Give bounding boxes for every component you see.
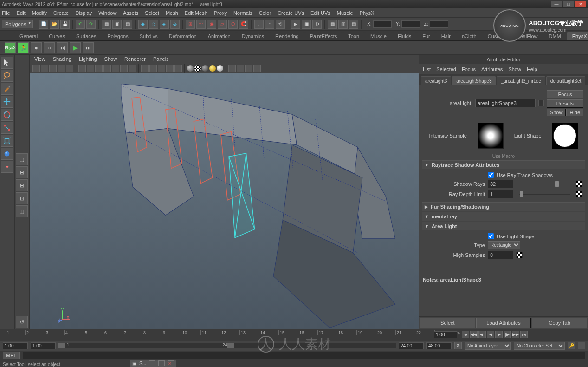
menu-proxy[interactable]: Proxy: [214, 10, 227, 16]
time-slider[interactable]: 123456789101112131415161718192021222324 …: [0, 329, 588, 341]
shelf-tab-subdivs[interactable]: Subdivs: [134, 32, 163, 40]
vp-sphere-gray2-icon[interactable]: [202, 65, 208, 72]
physx-record-icon[interactable]: ○: [44, 42, 55, 53]
vp-gate-mask-icon[interactable]: [103, 65, 111, 72]
snap-curve-icon[interactable]: 〰: [196, 20, 206, 29]
shelf-tab-fluids[interactable]: Fluids: [392, 32, 417, 40]
use-light-shape-checkbox[interactable]: [488, 233, 494, 239]
vp-motion-trail-icon[interactable]: [253, 65, 261, 72]
select-tool-icon[interactable]: [1, 57, 13, 69]
shelf-tab-curves[interactable]: Curves: [43, 32, 71, 40]
vp-sphere-gray-icon[interactable]: [187, 65, 194, 72]
step-fwd-frame-icon[interactable]: ▶▶: [512, 331, 519, 338]
coord-y-input[interactable]: [401, 20, 420, 28]
shelf-tab-toon[interactable]: Toon: [342, 32, 365, 40]
presets-button[interactable]: Presets: [547, 99, 583, 108]
menu-assets[interactable]: Assets: [123, 10, 138, 16]
menu-file[interactable]: File: [2, 10, 10, 16]
go-end-icon[interactable]: ⏭: [520, 331, 528, 338]
maximize-button[interactable]: □: [563, 1, 574, 7]
single-view-icon[interactable]: ▢: [16, 153, 28, 165]
vp-sphere-yellow-icon[interactable]: [209, 65, 216, 72]
shelf-tab-polygons[interactable]: Polygons: [102, 32, 134, 40]
anim-prefs2-icon[interactable]: ⋮: [578, 342, 585, 349]
snap-grid-icon[interactable]: ⊞: [186, 20, 195, 29]
paint-select-icon[interactable]: [1, 83, 13, 95]
step-back-key-icon[interactable]: ◀|: [478, 331, 486, 338]
output-ops-icon[interactable]: ↑: [265, 20, 274, 29]
ray-depth-slider[interactable]: [519, 194, 570, 195]
vp-menu-panels[interactable]: Panels: [153, 56, 169, 62]
attr-menu-selected[interactable]: Selected: [436, 66, 456, 72]
shelf-tab-ncloth[interactable]: nCloth: [456, 32, 482, 40]
vp-menu-renderer[interactable]: Renderer: [124, 56, 146, 62]
shelf-tab-painteffects[interactable]: PaintEffects: [304, 32, 343, 40]
vp-image-plane-icon[interactable]: [58, 65, 65, 72]
close-button[interactable]: ✕: [575, 1, 586, 7]
ipr-render-icon[interactable]: ▣: [302, 20, 311, 29]
vp-menu-lighting[interactable]: Lighting: [79, 56, 97, 62]
menu-edit[interactable]: Edit: [17, 10, 26, 16]
notes-area[interactable]: Notes: areaLightShape3: [419, 275, 588, 316]
snap-live-icon[interactable]: ⬡: [228, 20, 238, 29]
menu-mesh[interactable]: Mesh: [166, 10, 178, 16]
command-lang-label[interactable]: MEL: [3, 352, 20, 359]
attr-menu-attributes[interactable]: Attributes: [481, 66, 503, 72]
persp-outliner-icon[interactable]: ⊟: [16, 179, 28, 191]
toggle-ae-icon[interactable]: ▦: [328, 20, 337, 29]
arealight-section-header[interactable]: ▼ Area Light: [422, 222, 585, 230]
shelf-tab-general[interactable]: General: [14, 32, 43, 40]
snap-point-icon[interactable]: ◉: [207, 20, 216, 29]
intensity-sample-swatch[interactable]: [478, 123, 504, 149]
play-back-icon[interactable]: ◀: [487, 331, 494, 338]
shelf-tab-rendering[interactable]: Rendering: [270, 32, 304, 40]
step-fwd-key-icon[interactable]: |▶: [504, 331, 511, 338]
attr-tab-defaultlightset[interactable]: defaultLightSet: [546, 76, 586, 85]
mask-vertex-icon[interactable]: ◆: [138, 20, 148, 29]
anim-prefs-icon[interactable]: ⚙: [454, 342, 462, 349]
character-set-select[interactable]: No Character Set: [514, 342, 565, 350]
fur-section-header[interactable]: ▶ Fur Shading/Shadowing: [422, 203, 585, 211]
menu-edituvs[interactable]: Edit UVs: [310, 10, 330, 16]
move-tool-icon[interactable]: [1, 96, 13, 108]
toggle-toolbox-icon[interactable]: ▥: [338, 20, 348, 29]
vp-menu-view[interactable]: View: [34, 56, 45, 62]
node-lock-icon[interactable]: [538, 100, 544, 106]
vp-expose-icon[interactable]: [245, 65, 252, 72]
attr-tab-arealightshape3[interactable]: areaLightShape3: [452, 76, 496, 85]
menu-modify[interactable]: Modify: [32, 10, 47, 16]
play-icon[interactable]: ▶: [70, 42, 81, 53]
coord-z-input[interactable]: [430, 20, 448, 28]
vp-shaded-icon[interactable]: [149, 65, 157, 72]
ray-depth-input[interactable]: [488, 190, 513, 198]
copy-tab-button[interactable]: Copy Tab: [532, 318, 587, 328]
shadow-rays-input[interactable]: [488, 180, 513, 188]
vp-sphere-white-icon[interactable]: [217, 65, 223, 72]
light-shape-swatch[interactable]: [553, 124, 576, 147]
show-button[interactable]: Show: [547, 109, 566, 116]
vp-select-camera-icon[interactable]: [32, 65, 40, 72]
show-manip-icon[interactable]: ✦: [1, 161, 13, 173]
attr-tab-arealight3[interactable]: areaLight3: [421, 76, 451, 85]
autokey-icon[interactable]: 🔑: [568, 342, 575, 349]
input-ops-icon[interactable]: ↓: [254, 20, 264, 29]
select-hierarchy-icon[interactable]: ▦: [102, 20, 111, 29]
ray-depth-map-icon[interactable]: [576, 191, 582, 197]
shelf-tab-fur[interactable]: Fur: [417, 32, 436, 40]
taskbar-window-tab[interactable]: ▣ S... ✕: [130, 360, 176, 367]
rewind-icon[interactable]: ⏮: [57, 42, 68, 53]
mask-uv-icon[interactable]: ⬙: [170, 20, 180, 29]
anim-end-input[interactable]: [426, 342, 452, 349]
snap-plane-icon[interactable]: ▱: [218, 20, 227, 29]
coord-x-input[interactable]: [373, 20, 392, 28]
step-back-frame-icon[interactable]: ◀◀: [470, 331, 478, 338]
universal-manip-icon[interactable]: [1, 135, 13, 147]
construction-history-icon[interactable]: ⟲: [276, 20, 285, 29]
lasso-tool-icon[interactable]: [1, 70, 13, 82]
select-button[interactable]: Select: [420, 318, 475, 328]
shelf-tab-surfaces[interactable]: Surfaces: [71, 32, 102, 40]
range-end-handle[interactable]: [227, 343, 234, 348]
playback-end-input[interactable]: [399, 342, 424, 349]
menu-physx[interactable]: PhysX: [360, 10, 375, 16]
menu-editmesh[interactable]: Edit Mesh: [185, 10, 207, 16]
